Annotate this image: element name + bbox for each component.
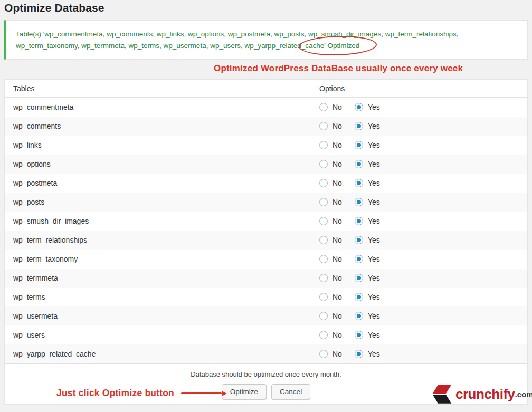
radio-yes-label[interactable]: Yes [368,255,380,263]
radio-no[interactable] [319,293,328,301]
radio-no-label[interactable]: No [332,103,342,111]
table-name: wp_comments [5,122,319,130]
radio-no-label[interactable]: No [332,160,342,168]
options-cell: No Yes [319,350,380,358]
radio-no-label[interactable]: No [332,122,342,130]
table-row: wp_terms No Yes [5,288,527,306]
options-cell: No Yes [319,103,380,111]
cancel-button[interactable]: Cancel [271,384,310,399]
page-title: Optimize Database [4,2,104,14]
footer-note: Database should be optimized once every … [5,370,527,378]
options-cell: No Yes [319,179,380,187]
radio-yes-label[interactable]: Yes [368,217,380,225]
radio-yes-label[interactable]: Yes [368,350,380,358]
table-row: wp_commentmeta No Yes [5,98,527,117]
radio-yes[interactable] [355,179,363,187]
radio-no-label[interactable]: No [332,236,342,244]
table-name: wp_term_taxonomy [5,255,319,263]
tables-column-header: Tables [5,84,319,93]
radio-no[interactable] [319,255,328,263]
options-cell: No Yes [319,160,380,168]
optimize-table-panel: Tables Options wp_commentmeta No Yes wp_… [4,79,528,405]
radio-no-label[interactable]: No [332,198,342,206]
radio-yes[interactable] [355,122,363,130]
radio-no[interactable] [319,103,328,111]
options-cell: No Yes [319,122,380,130]
radio-yes[interactable] [355,331,363,339]
table-row: wp_yarpp_related_cache No Yes [5,344,527,363]
radio-yes[interactable] [355,274,363,282]
radio-yes[interactable] [355,103,363,111]
radio-no[interactable] [319,312,328,320]
radio-yes-label[interactable]: Yes [368,141,380,149]
radio-no[interactable] [319,274,328,282]
table-name: wp_smush_dir_images [5,217,319,225]
table-row: wp_comments No Yes [5,117,527,136]
radio-no[interactable] [319,331,328,339]
notice-line-1: Table(s) 'wp_commentmeta, wp_comments, w… [16,28,521,40]
table-row: wp_users No Yes [5,325,527,344]
table-name: wp_usermeta [5,312,319,320]
radio-no-label[interactable]: No [332,293,342,301]
optimize-button[interactable]: Optimize [222,384,267,399]
radio-yes[interactable] [355,350,363,358]
radio-yes-label[interactable]: Yes [368,236,380,244]
radio-no[interactable] [319,179,328,187]
logo-name: crunchify [455,386,515,403]
bottom-red-annotation: Just click Optimize button [56,388,227,399]
radio-no[interactable] [319,160,328,168]
options-cell: No Yes [319,236,380,244]
radio-no[interactable] [319,198,328,206]
table-name: wp_terms [5,293,319,301]
red-arrow-icon [181,391,227,396]
notice-line-2: wp_term_taxonomy, wp_termmeta, wp_terms,… [16,40,521,52]
success-notice: Table(s) 'wp_commentmeta, wp_comments, w… [4,20,528,60]
logo-tld: .com [515,390,532,399]
radio-yes[interactable] [355,293,363,301]
radio-yes-label[interactable]: Yes [368,122,380,130]
table-name: wp_commentmeta [5,103,319,111]
radio-no[interactable] [319,217,328,225]
radio-yes[interactable] [355,160,363,168]
table-name: wp_term_relationships [5,236,319,244]
radio-yes-label[interactable]: Yes [368,160,380,168]
table-name: wp_users [5,331,319,339]
radio-yes[interactable] [355,141,363,149]
radio-no-label[interactable]: No [332,179,342,187]
radio-yes[interactable] [355,198,363,206]
crunchify-logo: crunchify .com [432,383,532,405]
crunchify-chevron-icon [432,383,452,405]
radio-no-label[interactable]: No [332,312,342,320]
radio-no-label[interactable]: No [332,350,342,358]
radio-yes[interactable] [355,255,363,263]
table-row: wp_smush_dir_images No Yes [5,212,527,231]
radio-no[interactable] [319,350,328,358]
table-row: wp_posts No Yes [5,193,527,212]
radio-yes-label[interactable]: Yes [368,198,380,206]
radio-yes[interactable] [355,236,363,244]
radio-no-label[interactable]: No [332,217,342,225]
radio-no-label[interactable]: No [332,255,342,263]
radio-no[interactable] [319,122,328,130]
options-cell: No Yes [319,198,380,206]
table-name: wp_links [5,141,319,149]
radio-no-label[interactable]: No [332,331,342,339]
radio-no[interactable] [319,141,328,149]
radio-no[interactable] [319,236,328,244]
options-column-header: Options [319,84,345,93]
radio-no-label[interactable]: No [332,274,342,282]
table-body: wp_commentmeta No Yes wp_comments No Yes… [5,98,527,363]
radio-yes[interactable] [355,217,363,225]
radio-yes-label[interactable]: Yes [368,293,380,301]
radio-yes-label[interactable]: Yes [368,312,380,320]
radio-yes-label[interactable]: Yes [368,179,380,187]
table-name: wp_termmeta [5,274,319,282]
radio-yes-label[interactable]: Yes [368,331,380,339]
options-cell: No Yes [319,217,380,225]
radio-yes-label[interactable]: Yes [368,274,380,282]
radio-no-label[interactable]: No [332,141,342,149]
table-row: wp_links No Yes [5,136,527,155]
radio-yes-label[interactable]: Yes [368,103,380,111]
table-row: wp_postmeta No Yes [5,174,527,193]
radio-yes[interactable] [355,312,363,320]
